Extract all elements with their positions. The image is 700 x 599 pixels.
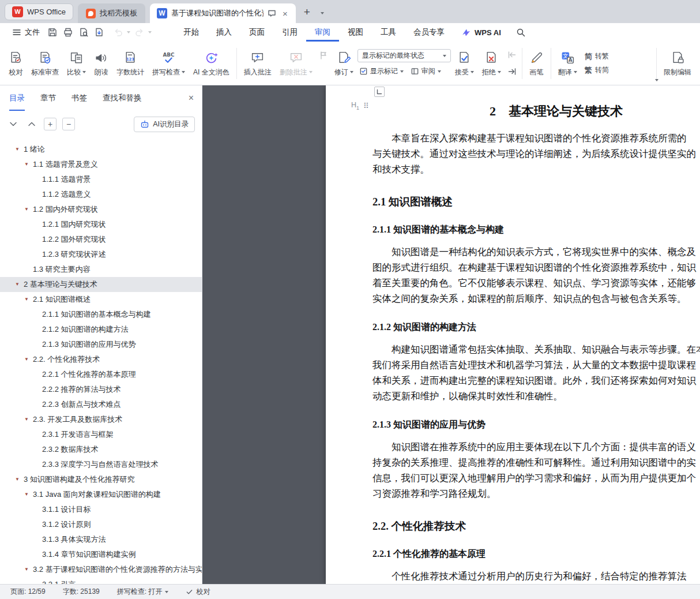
toc-item[interactable]: 3.1.1 设计目标	[0, 502, 202, 517]
file-menu[interactable]: 文件	[8, 25, 44, 40]
next-change-button[interactable]	[505, 65, 519, 78]
proofread-button[interactable]: 校对	[5, 44, 27, 83]
toc-item[interactable]: 2.3.1 开发语言与框架	[0, 427, 202, 442]
tab-document[interactable]: W 基于课程知识图谱的个性化资 ×	[150, 3, 296, 23]
toc-item[interactable]: 2.2.3 创新点与技术难点	[0, 397, 202, 412]
toc-item[interactable]: 3.1.2 设计原则	[0, 517, 202, 532]
collapse-ribbon-icon[interactable]	[655, 74, 658, 83]
toc-item[interactable]: ▼2.1 知识图谱概述	[0, 292, 202, 307]
redo-button[interactable]	[132, 25, 146, 39]
document-page[interactable]: H1 ⠿ 2 基本理论与关键技术 本章旨在深入探索构建基于课程知识图谱的个性化资…	[326, 85, 700, 584]
menu-reference[interactable]: 引用	[273, 23, 306, 42]
ai-polish-button[interactable]: AI 全文润色	[189, 44, 234, 83]
to-traditional-button[interactable]: 简 转繁	[582, 50, 611, 62]
toc-collapse-icon[interactable]: ▼	[24, 162, 30, 167]
save-button[interactable]	[45, 25, 59, 39]
expand-all-button[interactable]: +	[44, 118, 57, 130]
toc-item[interactable]: 3.1.3 具体实现方法	[0, 532, 202, 547]
sidebar-close-icon[interactable]: ×	[189, 85, 194, 111]
menu-start[interactable]: 开始	[175, 23, 208, 42]
menu-review[interactable]: 审阅	[306, 23, 339, 42]
menu-member[interactable]: 会员专享	[405, 23, 453, 42]
print-button[interactable]	[61, 25, 75, 39]
toc-collapse-icon[interactable]: ▼	[24, 297, 30, 302]
menu-view[interactable]: 视图	[339, 23, 372, 42]
review-pane-button[interactable]: 审阅	[409, 65, 443, 77]
toc-collapse-icon[interactable]: ▼	[15, 477, 21, 482]
toc-item[interactable]: ▼3.2 基于课程知识图谱的个性化资源推荐的方法与实...	[0, 562, 202, 577]
toc-collapse-icon[interactable]: ▼	[24, 492, 30, 497]
toc-item[interactable]: 1.2.1 国内研究现状	[0, 217, 202, 232]
show-markup-button[interactable]: 显示标记	[357, 65, 405, 77]
toc-item[interactable]: 2.1.3 知识图谱的应用与优势	[0, 337, 202, 352]
redo-chevron-icon[interactable]	[148, 31, 152, 33]
toc-collapse-icon[interactable]: ▼	[15, 147, 21, 152]
sidebar-tab-bookmarks[interactable]: 书签	[71, 85, 87, 111]
toc-item[interactable]: 2.3.2 数据库技术	[0, 442, 202, 457]
track-changes-button[interactable]: 修订	[330, 44, 357, 83]
new-tab-button[interactable]: +	[300, 6, 314, 17]
toc-item[interactable]: 2.1.1 知识图谱的基本概念与构建	[0, 307, 202, 322]
sidebar-tab-contents[interactable]: 目录	[9, 85, 25, 111]
export-button[interactable]	[92, 25, 106, 39]
menu-insert[interactable]: 插入	[208, 23, 240, 42]
nav-down-button[interactable]	[7, 118, 20, 130]
page-corner-widget[interactable]	[374, 87, 385, 97]
toc-item[interactable]: 3.2.1 引言	[0, 577, 202, 584]
toc-item[interactable]: ▼1.1 选题背景及意义	[0, 157, 202, 172]
accept-button[interactable]: 接受	[451, 44, 478, 83]
toc-item[interactable]: 2.3.3 深度学习与自然语言处理技术	[0, 457, 202, 472]
heading-drag-handle[interactable]: H1 ⠿	[351, 101, 368, 111]
spell-check-button[interactable]: ABC 拼写检查	[148, 44, 189, 83]
restrict-edit-button[interactable]: 限制编辑	[660, 44, 695, 83]
toc-collapse-icon[interactable]: ▼	[24, 207, 30, 212]
word-count-button[interactable]: 123 字数统计	[112, 44, 148, 83]
tab-wps-office[interactable]: W WPS Office	[5, 3, 73, 20]
tab-docer-templates[interactable]: 找稻壳模板	[78, 3, 145, 23]
toc-collapse-icon[interactable]: ▼	[24, 567, 30, 572]
toc-item[interactable]: 1.1.1 选题背景	[0, 172, 202, 187]
to-simplified-button[interactable]: 繁 转简	[582, 64, 611, 76]
toc-item[interactable]: ▼2.3. 开发工具及数据库技术	[0, 412, 202, 427]
toc-item[interactable]: 2.2.2 推荐的算法与技术	[0, 382, 202, 397]
toc-item[interactable]: 3.1.4 章节知识图谱构建实例	[0, 547, 202, 562]
toc-item[interactable]: 1.2.2 国外研究现状	[0, 232, 202, 247]
standard-review-button[interactable]: 标准审查	[27, 44, 63, 83]
tab-list-chevron-icon[interactable]	[318, 8, 326, 16]
compare-button[interactable]: 比较	[63, 44, 90, 83]
toc-collapse-icon[interactable]: ▼	[24, 357, 30, 362]
toc-item[interactable]: ▼3.1 Java 面向对象课程知识图谱的构建	[0, 487, 202, 502]
read-aloud-button[interactable]: 朗读	[90, 44, 112, 83]
document-canvas[interactable]: H1 ⠿ 2 基本理论与关键技术 本章旨在深入探索构建基于课程知识图谱的个性化资…	[202, 85, 700, 584]
reject-button[interactable]: 拒绝	[478, 44, 505, 83]
undo-button[interactable]	[111, 25, 125, 39]
wps-ai-button[interactable]: WPS AI	[461, 28, 501, 38]
comment-flag-button[interactable]	[317, 48, 330, 62]
search-button[interactable]	[516, 28, 525, 37]
proofread-status[interactable]: 校对	[186, 587, 210, 597]
menu-page[interactable]: 页面	[240, 23, 273, 42]
spell-check-status[interactable]: 拼写检查: 打开	[117, 587, 169, 597]
toc-item[interactable]: 1.2.3 研究现状评述	[0, 247, 202, 262]
toc-item[interactable]: ▼1.2 国内外研究现状	[0, 202, 202, 217]
translate-button[interactable]: 文A 翻译	[554, 44, 581, 83]
toc-item[interactable]: ▼3 知识图谱构建及个性化推荐研究	[0, 472, 202, 487]
undo-chevron-icon[interactable]	[127, 31, 130, 33]
tab-close-icon[interactable]: ×	[280, 8, 290, 19]
nav-up-button[interactable]	[25, 118, 38, 130]
collapse-all-button[interactable]: −	[62, 118, 75, 130]
toc-item[interactable]: ▼2 基本理论与关键技术	[0, 277, 202, 292]
word-count-indicator[interactable]: 字数: 25139	[63, 587, 100, 597]
toc-item[interactable]: 1.3 研究主要内容	[0, 262, 202, 277]
toc-item[interactable]: 2.1.2 知识图谱的构建方法	[0, 322, 202, 337]
markup-state-select[interactable]: 显示标记的最终状态	[357, 49, 451, 62]
insert-comment-button[interactable]: 插入批注	[240, 44, 276, 83]
pen-button[interactable]: 画笔	[525, 44, 548, 83]
toc-item[interactable]: ▼1 绪论	[0, 142, 202, 157]
previous-change-button[interactable]	[505, 48, 519, 62]
toc-item[interactable]: 2.2.1 个性化推荐的基本原理	[0, 367, 202, 382]
menu-tools[interactable]: 工具	[372, 23, 405, 42]
sidebar-tab-find-replace[interactable]: 查找和替换	[103, 85, 142, 111]
toc-collapse-icon[interactable]: ▼	[24, 417, 30, 422]
toc-item[interactable]: 1.1.2 选题意义	[0, 187, 202, 202]
